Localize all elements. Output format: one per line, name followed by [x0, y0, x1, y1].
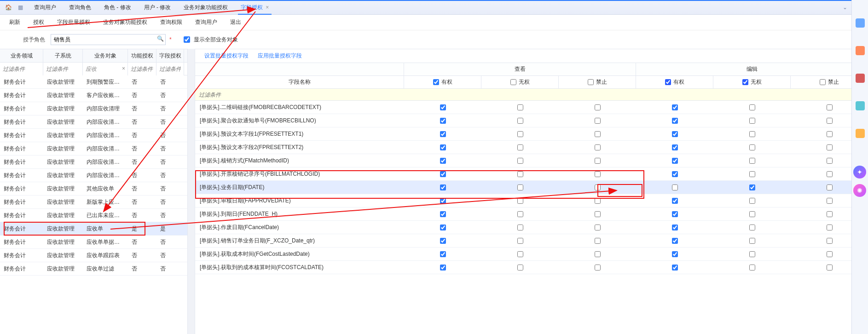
perm-checkbox[interactable] [672, 225, 678, 230]
perm-checkbox[interactable] [517, 118, 523, 124]
exit-button[interactable]: 退出 [230, 18, 241, 26]
bizobj-func-auth-button[interactable]: 业务对象功能授权 [103, 18, 147, 26]
perm-checkbox[interactable] [595, 144, 601, 150]
float-icon-2[interactable]: ✺ [853, 184, 866, 197]
edit-wq-header[interactable]: 无权 [713, 76, 791, 88]
perm-checkbox[interactable] [749, 184, 755, 190]
left-header-funcauth[interactable]: 功能授权 [128, 49, 156, 62]
launcher-icon-4[interactable] [856, 101, 865, 110]
apply-batch-fields-link[interactable]: 应用批量授权字段 [258, 52, 302, 60]
perm-checkbox[interactable] [827, 225, 833, 230]
table-row[interactable]: [单据头].到期日(FENDDATE_H) [195, 207, 868, 221]
query-perm-button[interactable]: 查询权限 [160, 18, 182, 26]
left-filter-domain[interactable] [0, 63, 43, 75]
table-row[interactable]: 财务会计应收款管理新版掌上应收_单…否否 [0, 196, 187, 209]
view-wq-header[interactable]: 无权 [481, 76, 559, 88]
perm-checkbox[interactable] [749, 158, 755, 164]
role-input[interactable] [51, 34, 166, 45]
query-user-button[interactable]: 查询用户 [195, 18, 217, 26]
perm-checkbox[interactable] [440, 131, 446, 137]
launcher-icon-5[interactable] [856, 129, 865, 138]
table-row[interactable]: [单据头].聚合收款通知单号(FMOBRECBILLNO) [195, 114, 868, 127]
perm-checkbox[interactable] [749, 171, 755, 177]
left-scrollbar[interactable] [187, 49, 195, 334]
table-row[interactable]: 财务会计应收款管理应收单单据类型…否否 [0, 236, 187, 249]
perm-checkbox[interactable] [517, 238, 523, 244]
perm-checkbox[interactable] [440, 225, 446, 230]
refresh-button[interactable]: 刷新 [9, 18, 20, 26]
perm-checkbox[interactable] [440, 184, 446, 190]
left-header-fieldauth[interactable]: 字段授权 [156, 49, 184, 62]
perm-checkbox[interactable] [595, 211, 601, 217]
perm-checkbox[interactable] [440, 198, 446, 204]
perm-checkbox[interactable] [672, 144, 678, 150]
perm-checkbox[interactable] [672, 158, 678, 164]
table-row[interactable]: [单据头].获取到的成本核算时间(FCOSTCALDATE) [195, 261, 868, 274]
perm-checkbox[interactable] [749, 104, 755, 110]
perm-checkbox[interactable] [672, 184, 678, 190]
table-row[interactable]: [单据头].作废日期(FCancelDate) [195, 221, 868, 234]
perm-checkbox[interactable] [595, 225, 601, 230]
perm-checkbox[interactable] [749, 225, 755, 230]
left-filter-fieldauth[interactable] [156, 63, 184, 75]
perm-checkbox[interactable] [440, 251, 446, 257]
perm-checkbox[interactable] [440, 158, 446, 164]
perm-checkbox[interactable] [672, 104, 678, 110]
perm-checkbox[interactable] [517, 251, 523, 257]
perm-checkbox[interactable] [827, 251, 833, 257]
perm-checkbox[interactable] [827, 265, 833, 271]
perm-checkbox[interactable] [749, 265, 755, 271]
table-row[interactable]: 财务会计应收款管理内部应收清理-无…否否 [0, 155, 187, 169]
perm-checkbox[interactable] [749, 238, 755, 244]
perm-checkbox[interactable] [517, 225, 523, 230]
table-row[interactable]: [单据头].业务日期(FDATE) [195, 181, 868, 194]
perm-checkbox[interactable] [749, 118, 755, 124]
perm-checkbox[interactable] [517, 158, 523, 164]
left-body[interactable]: 财务会计应收款管理到期预警应收数据…否否财务会计应收款管理客户应收账款排…否否财… [0, 75, 187, 334]
perm-checkbox[interactable] [440, 118, 446, 124]
perm-checkbox[interactable] [672, 131, 678, 137]
close-icon[interactable]: × [266, 4, 269, 11]
table-row[interactable]: [单据头].销售订单业务日期(F_XCZO_Date_qtr) [195, 234, 868, 248]
perm-checkbox[interactable] [595, 198, 601, 204]
tab-query-role[interactable]: 查询角色 [63, 0, 98, 15]
table-row[interactable]: [单据头].获取成本时间(FGetCostLastedDate) [195, 248, 868, 261]
table-row[interactable]: 财务会计应收款管理内部应收清理-无…否否 [0, 169, 187, 182]
perm-checkbox[interactable] [672, 211, 678, 217]
tab-query-user[interactable]: 查询用户 [28, 0, 63, 15]
table-row[interactable]: 财务会计应收款管理内部应收清理记录否否 [0, 142, 187, 155]
table-row[interactable]: 财务会计应收款管理应收单过滤否否 [0, 262, 187, 276]
launcher-icon-1[interactable] [856, 18, 865, 28]
show-all-checkbox[interactable] [184, 36, 190, 43]
perm-checkbox[interactable] [517, 211, 523, 217]
perm-checkbox[interactable] [517, 171, 523, 177]
perm-checkbox[interactable] [749, 131, 755, 137]
perm-checkbox[interactable] [827, 211, 833, 217]
left-header-domain[interactable]: 业务领域 [0, 49, 43, 62]
authorize-button[interactable]: 授权 [33, 18, 44, 26]
perm-checkbox[interactable] [672, 251, 678, 257]
perm-checkbox[interactable] [827, 184, 833, 190]
tab-field-auth[interactable]: 字段授权× [234, 0, 275, 15]
tab-bizobj-auth[interactable]: 业务对象功能授权 [177, 0, 234, 15]
perm-checkbox[interactable] [595, 118, 601, 124]
perm-checkbox[interactable] [440, 144, 446, 150]
clear-icon[interactable]: × [122, 65, 125, 72]
left-filter-bizobj[interactable] [83, 63, 128, 75]
perm-checkbox[interactable] [672, 265, 678, 271]
table-row[interactable]: 财务会计应收款管理应收单跟踪表否否 [0, 249, 187, 262]
table-row[interactable]: 财务会计应收款管理内部应收清理(ht…否否 [0, 115, 187, 129]
perm-checkbox[interactable] [595, 238, 601, 244]
table-row[interactable]: 财务会计应收款管理客户应收账款排…否否 [0, 89, 187, 102]
perm-checkbox[interactable] [440, 211, 446, 217]
chevron-down-icon[interactable]: ⌄ [839, 2, 851, 13]
tab-user-edit[interactable]: 用户 - 修改 [138, 0, 178, 15]
perm-checkbox[interactable] [827, 198, 833, 204]
perm-checkbox[interactable] [440, 171, 446, 177]
launcher-icon-3[interactable] [856, 74, 865, 83]
perm-checkbox[interactable] [827, 144, 833, 150]
perm-checkbox[interactable] [827, 118, 833, 124]
table-row[interactable]: [单据头].预设文本字段2(FPRESETTEXT2) [195, 141, 868, 154]
left-filter-subsystem[interactable] [43, 63, 83, 75]
perm-checkbox[interactable] [517, 198, 523, 204]
